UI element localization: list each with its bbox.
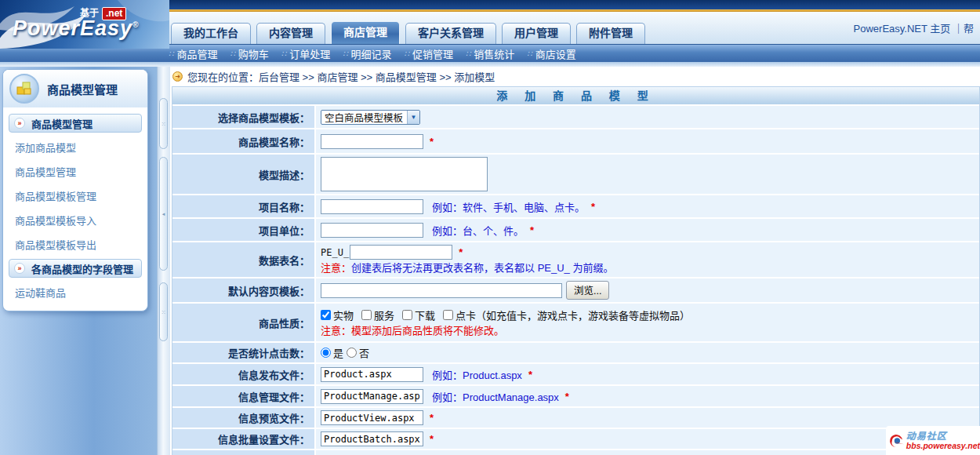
field-hint: 例如：Product.aspx — [432, 367, 522, 382]
nature-option-physical[interactable]: 实物 — [321, 308, 354, 322]
add-model-form: 添 加 商 品 模 型 选择商品模型模板： 空白商品模型模板 ▼ 商品模型名称：… — [172, 86, 980, 455]
tab-shop-management[interactable]: 商店管理 — [331, 21, 400, 44]
submenu-item-orders[interactable]: ∷订单处理 — [281, 46, 330, 61]
nature-option-card[interactable]: 点卡（如充值卡，游戏点卡，游戏装备等虚拟物品） — [443, 308, 690, 322]
sidebar-group-product-model[interactable]: »商品模型管理 — [9, 114, 142, 133]
no-radio[interactable] — [347, 348, 357, 358]
sidebar-menu: »商品模型管理 添加商品模型 商品模型管理 商品模型模板管理 商品模型模板导入 … — [3, 107, 147, 311]
breadcrumb: ➜ 您现在的位置：后台管理 >> 商店管理 >> 商品模型管理 >> 添加模型 — [170, 67, 980, 86]
chevron-down-icon[interactable]: ▼ — [407, 111, 419, 124]
submenu-item-sales-stats[interactable]: ∷销售统计 — [466, 46, 514, 61]
note-label: 注意： — [321, 322, 351, 337]
submenu-item-records[interactable]: ∷明细记录 — [343, 46, 391, 61]
powereasy-logo: 基于.net PowerEasy® — [0, 0, 169, 49]
sidebar-panel: 商品模型管理 »商品模型管理 添加商品模型 商品模型管理 商品模型模板管理 商品… — [2, 69, 148, 311]
browse-button[interactable]: 浏览... — [566, 281, 609, 300]
item-unit-input[interactable] — [321, 223, 423, 238]
product-nature-note: 模型添加后商品性质将不能修改。 — [351, 322, 504, 337]
submenu-item-cart[interactable]: ∷购物车 — [230, 46, 268, 61]
publish-file-input[interactable] — [321, 367, 423, 382]
batch-file-input[interactable] — [321, 431, 423, 446]
sidebar-splitter[interactable]: ⁙ ◂ ⁙ — [157, 67, 170, 455]
sidebar-group-field-management[interactable]: »各商品模型的字段管理 — [9, 259, 142, 278]
service-checkbox[interactable] — [361, 310, 372, 320]
required-mark: * — [430, 433, 434, 445]
model-desc-textarea[interactable] — [321, 157, 488, 191]
row-item-unit: 项目单位： 例如：台、个、件。 * — [172, 219, 979, 242]
logo-wordmark: PowerEasy® — [13, 16, 139, 41]
field-hint: 例如：台、个、件。 — [432, 223, 524, 238]
sidebar-item-model-management[interactable]: 商品模型管理 — [9, 159, 142, 184]
tab-my-workbench[interactable]: 我的工作台 — [171, 23, 251, 44]
item-name-input[interactable] — [321, 199, 423, 214]
row-count-clicks: 是否统计点击数： 是 否 — [172, 343, 979, 364]
row-product-nature: 商品性质： 实物 服务 下载 点卡（如充值卡，游戏点卡，游戏装备等虚拟物品） 注… — [172, 304, 979, 343]
bullet-icon: ∷ — [527, 49, 532, 58]
row-template-select: 选择商品模型模板： 空白商品模型模板 ▼ — [172, 106, 979, 129]
watermark: 动易社区 bbs.powereasy.net — [886, 426, 980, 455]
home-link-bar: PowerEasy.NET 主页 ｜帮 — [854, 20, 974, 35]
field-hint: 例如：软件、手机、电脑、点卡。 — [432, 199, 585, 214]
row-model-name: 商品模型名称： * — [172, 129, 979, 155]
preview-file-input[interactable] — [321, 410, 423, 425]
required-mark: * — [530, 224, 534, 236]
breadcrumb-arrow-icon: ➜ — [172, 71, 183, 82]
powereasy-home-link[interactable]: PowerEasy.NET 主页 — [854, 23, 951, 35]
card-checkbox[interactable] — [443, 310, 453, 320]
splitter-handle-bottom[interactable]: ⁙ — [159, 282, 168, 341]
row-manage-file: 信息管理文件： 例如：ProductManage.aspx * — [172, 386, 979, 408]
template-select-value: 空白商品模型模板 — [321, 110, 407, 125]
field-label: 信息批量设置文件： — [172, 429, 316, 449]
submenu-item-shop-settings[interactable]: ∷商店设置 — [527, 46, 575, 61]
sidebar-item-add-model[interactable]: 添加商品模型 — [9, 135, 142, 159]
sidebar-item-template-management[interactable]: 商品模型模板管理 — [9, 184, 142, 208]
manage-file-input[interactable] — [321, 389, 423, 404]
field-label: 商品性质： — [172, 304, 316, 341]
field-label: 信息预览文件： — [172, 408, 316, 428]
required-mark: * — [430, 412, 434, 424]
table-name-input[interactable] — [350, 245, 452, 260]
note-label: 注意： — [321, 260, 351, 275]
submenu-item-product[interactable]: ∷商品管理 — [169, 46, 217, 61]
tab-content-management[interactable]: 内容管理 — [256, 23, 325, 44]
row-table-name: 数据表名： PE_U_ * 注意： 创建表后将无法再更改表名称，表名都以 PE_… — [172, 242, 979, 278]
link-separator: ｜ — [953, 23, 964, 35]
tab-user-management[interactable]: 用户管理 — [502, 23, 571, 44]
template-select[interactable]: 空白商品模型模板 ▼ — [321, 110, 420, 125]
form-title: 添 加 商 品 模 型 — [496, 89, 655, 102]
yes-radio[interactable] — [321, 348, 331, 358]
default-template-input[interactable] — [321, 283, 562, 298]
submenu-item-promotion[interactable]: ∷促销管理 — [405, 46, 453, 61]
cubes-icon — [9, 74, 39, 104]
tab-crm[interactable]: 客户关系管理 — [405, 23, 496, 44]
splitter-handle-top[interactable]: ⁙ — [159, 98, 168, 149]
field-label: 模型描述： — [172, 155, 316, 194]
required-mark: * — [565, 391, 569, 402]
field-label: 项目名称： — [172, 195, 316, 217]
required-mark: * — [430, 136, 434, 147]
breadcrumb-text: 您现在的位置：后台管理 >> 商店管理 >> 商品模型管理 >> 添加模型 — [187, 69, 495, 84]
watermark-cn-text: 动易社区 — [906, 431, 980, 441]
count-clicks-no[interactable]: 否 — [347, 345, 369, 360]
powereasy-swirl-icon — [887, 429, 905, 453]
nature-option-download[interactable]: 下载 — [402, 308, 435, 322]
field-hint: 例如：ProductManage.aspx — [432, 389, 559, 404]
splitter-collapse-handle[interactable]: ◂ — [159, 157, 168, 271]
main-content: ➜ 您现在的位置：后台管理 >> 商店管理 >> 商品模型管理 >> 添加模型 … — [170, 67, 980, 455]
link-clipped: 帮 — [964, 23, 974, 35]
sidebar-item-template-import[interactable]: 商品模型模板导入 — [9, 208, 142, 232]
required-mark: * — [528, 369, 532, 380]
row-model-desc: 模型描述： — [172, 155, 979, 195]
download-checkbox[interactable] — [402, 310, 412, 320]
table-prefix: PE_U_ — [321, 247, 349, 258]
main-tabs: 我的工作台 内容管理 商店管理 客户关系管理 用户管理 附件管理 — [171, 22, 645, 44]
nature-option-service[interactable]: 服务 — [361, 308, 394, 322]
tab-attachment-management[interactable]: 附件管理 — [576, 23, 645, 44]
required-mark: * — [591, 201, 595, 213]
count-clicks-yes[interactable]: 是 — [321, 345, 343, 360]
physical-checkbox[interactable] — [321, 310, 331, 320]
group-arrow-icon: » — [14, 263, 25, 274]
model-name-input[interactable] — [321, 134, 423, 149]
sidebar-item-sport-shoes[interactable]: 运动鞋商品 — [9, 280, 142, 304]
sidebar-item-template-export[interactable]: 商品模型模板导出 — [9, 232, 142, 257]
